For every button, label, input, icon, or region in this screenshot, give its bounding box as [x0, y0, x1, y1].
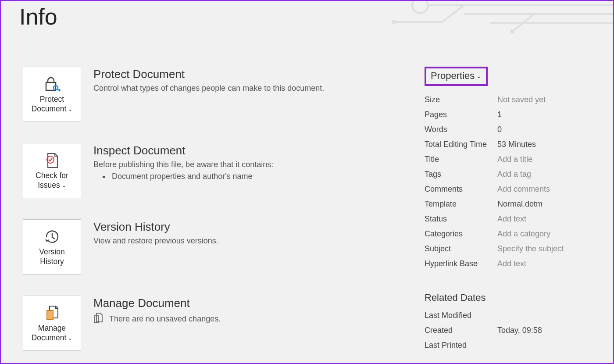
tile-label: Version History [39, 247, 64, 267]
property-value[interactable]: Add text [497, 259, 526, 268]
property-label: Pages [425, 110, 497, 119]
tile-label: Check for Issues⌄ [36, 171, 68, 190]
section-inspect: Check for Issues⌄ Inspect Document Befor… [23, 143, 425, 198]
documents-stack-icon [43, 304, 61, 322]
property-value[interactable]: Add a title [497, 155, 532, 164]
svg-point-1 [392, 20, 396, 24]
svg-point-0 [412, 0, 428, 13]
property-row: CreatedToday, 09:58 [425, 323, 604, 338]
property-value: Today, 09:58 [497, 326, 542, 335]
check-for-issues-button[interactable]: Check for Issues⌄ [23, 143, 81, 198]
chevron-down-icon: ⌄ [68, 106, 72, 113]
property-label: Total Editing Time [425, 140, 497, 149]
property-value[interactable]: Add comments [497, 185, 550, 194]
svg-point-2 [510, 29, 514, 34]
property-label: Created [425, 326, 497, 335]
property-label: Subject [425, 244, 497, 253]
property-value: 0 [497, 125, 502, 134]
property-value: 1 [497, 110, 502, 119]
property-row: SubjectSpecify the subject [425, 241, 604, 256]
property-row: TemplateNormal.dotm [425, 196, 604, 211]
property-row: Last Modified [425, 308, 604, 323]
property-row: Last Printed [425, 338, 604, 353]
property-row: StatusAdd text [425, 211, 604, 226]
tile-label: Protect Document⌄ [32, 95, 73, 114]
protect-document-button[interactable]: Protect Document⌄ [23, 67, 81, 122]
section-title: Inspect Document [93, 144, 273, 157]
property-row: CommentsAdd comments [425, 182, 604, 196]
section-description: View and restore previous versions. [93, 236, 218, 246]
section-description: Before publishing this file, be aware th… [93, 160, 273, 169]
manage-document-button[interactable]: Manage Document⌄ [23, 296, 81, 351]
property-row: CategoriesAdd a category [425, 226, 604, 241]
chevron-down-icon: ⌄ [68, 335, 72, 342]
property-label: Title [425, 155, 497, 164]
documents-stack-icon [93, 313, 103, 325]
tile-label: Manage Document⌄ [32, 324, 73, 343]
property-value[interactable]: Add a category [497, 229, 550, 239]
property-label: Last Printed [425, 341, 497, 350]
section-protect: Protect Document⌄ Protect Document Contr… [23, 67, 425, 122]
property-label: Comments [425, 185, 497, 194]
page-title: Info [19, 4, 57, 30]
properties-dropdown[interactable]: Properties⌄ [425, 67, 488, 86]
property-value[interactable]: Add a tag [497, 170, 531, 179]
property-value: 53 Minutes [497, 140, 536, 149]
document-check-icon [43, 152, 61, 169]
property-label: Size [425, 95, 497, 104]
lock-key-icon [43, 75, 61, 93]
history-clock-icon [43, 228, 61, 246]
property-value[interactable]: Not saved yet [497, 95, 546, 104]
related-dates-header: Related Dates [425, 292, 604, 303]
section-version-history: Version History Version History View and… [23, 219, 425, 275]
property-row: TitleAdd a title [425, 152, 604, 167]
property-row: Total Editing Time53 Minutes [425, 137, 604, 152]
property-value[interactable]: Add text [497, 214, 526, 224]
property-label: Status [425, 214, 497, 224]
inspect-bullet: Document properties and author's name [110, 172, 273, 181]
property-label: Tags [425, 170, 497, 179]
property-row: Words0 [425, 122, 604, 137]
section-title: Protect Document [93, 68, 324, 81]
property-row: SizeNot saved yet [425, 92, 604, 107]
property-value[interactable]: Specify the subject [497, 244, 564, 253]
chevron-down-icon: ⌄ [62, 182, 66, 189]
decorative-circuit [389, 0, 614, 40]
section-manage-document: Manage Document⌄ Manage Document There a… [23, 296, 425, 351]
property-label: Hyperlink Base [425, 259, 497, 268]
version-history-button[interactable]: Version History [23, 219, 81, 275]
property-row: Hyperlink BaseAdd text [425, 256, 604, 271]
section-title: Manage Document [93, 296, 221, 310]
property-label: Template [425, 200, 497, 209]
property-label: Words [425, 125, 497, 134]
chevron-down-icon: ⌄ [476, 72, 482, 79]
property-label: Last Modified [425, 311, 497, 320]
manage-status-text: There are no unsaved changes. [109, 314, 221, 324]
property-value: Normal.dotm [497, 200, 543, 209]
section-title: Version History [93, 220, 218, 234]
property-row: Pages1 [425, 107, 604, 122]
property-row: TagsAdd a tag [425, 167, 604, 182]
svg-rect-6 [47, 310, 53, 319]
section-description: Control what types of changes people can… [93, 84, 324, 93]
property-label: Categories [425, 229, 497, 239]
